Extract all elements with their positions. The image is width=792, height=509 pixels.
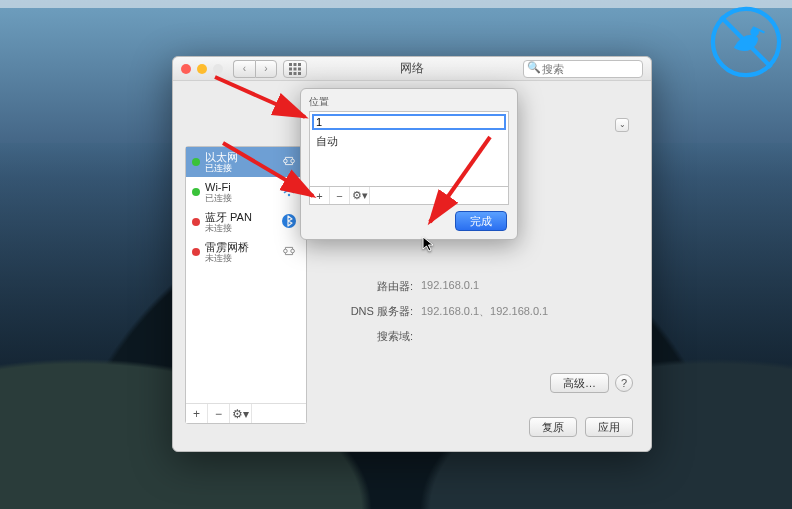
- forward-button[interactable]: ›: [255, 60, 277, 78]
- status-dot-icon: [192, 158, 200, 166]
- advanced-button[interactable]: 高级…: [550, 373, 609, 393]
- svg-point-14: [291, 159, 295, 163]
- locations-list: 自动: [309, 111, 509, 187]
- thunderbolt-icon: [278, 244, 300, 260]
- svg-point-18: [291, 249, 295, 253]
- revert-button[interactable]: 复原: [529, 417, 577, 437]
- status-dot-icon: [192, 188, 200, 196]
- service-status: 已连接: [205, 163, 278, 173]
- locations-popover: 位置 自动 + − ⚙︎▾ 完成: [300, 88, 518, 240]
- dns-value: 192.168.0.1、192.168.0.1: [421, 304, 633, 319]
- popover-label: 位置: [301, 89, 517, 111]
- location-row[interactable]: 自动: [310, 132, 508, 151]
- add-service-button[interactable]: +: [186, 404, 208, 423]
- apply-button[interactable]: 应用: [585, 417, 633, 437]
- sidebar-item-thunderbolt-bridge[interactable]: 雷雳网桥 未连接: [186, 237, 306, 267]
- svg-point-13: [284, 159, 288, 163]
- service-list: 以太网 已连接 Wi-Fi 已连接 蓝牙 PAN 未连接: [185, 146, 307, 424]
- menu-bar: [0, 0, 792, 8]
- minimize-button[interactable]: [197, 64, 207, 74]
- wifi-icon: [278, 184, 300, 200]
- bottom-buttons: 复原 应用: [529, 417, 633, 437]
- add-location-button[interactable]: +: [310, 187, 330, 204]
- searchdomain-value: [421, 329, 633, 344]
- sidebar-item-bluetooth-pan[interactable]: 蓝牙 PAN 未连接: [186, 207, 306, 237]
- service-status: 已连接: [205, 193, 278, 203]
- service-name: Wi-Fi: [205, 181, 278, 194]
- nav-back-forward: ‹ ›: [233, 60, 277, 78]
- svg-rect-12: [298, 72, 301, 75]
- window-controls: [181, 64, 223, 74]
- svg-rect-6: [298, 63, 301, 66]
- show-all-button[interactable]: [283, 60, 307, 78]
- svg-rect-10: [289, 72, 292, 75]
- done-button[interactable]: 完成: [455, 211, 507, 231]
- titlebar: ‹ › 网络 🔍: [173, 57, 651, 81]
- svg-rect-11: [294, 72, 297, 75]
- service-name: 雷雳网桥: [205, 241, 278, 254]
- watermark-logo: [710, 6, 782, 78]
- remove-service-button[interactable]: −: [208, 404, 230, 423]
- close-button[interactable]: [181, 64, 191, 74]
- sidebar-item-ethernet[interactable]: 以太网 已连接: [186, 147, 306, 177]
- svg-rect-4: [289, 63, 292, 66]
- svg-point-17: [284, 249, 288, 253]
- searchdomain-label: 搜索域:: [323, 329, 421, 344]
- service-name: 以太网: [205, 151, 278, 164]
- status-dot-icon: [192, 248, 200, 256]
- bluetooth-icon: [278, 213, 300, 231]
- status-dropdown-icon[interactable]: ⌄: [615, 118, 629, 132]
- locations-footer: + − ⚙︎▾: [309, 187, 509, 205]
- advanced-row: 高级… ?: [550, 373, 633, 393]
- help-button[interactable]: ?: [615, 374, 633, 392]
- dns-label: DNS 服务器:: [323, 304, 421, 319]
- router-row: 路由器: 192.168.0.1: [323, 279, 633, 294]
- service-name: 蓝牙 PAN: [205, 211, 278, 224]
- cursor-icon: [422, 236, 438, 256]
- service-status: 未连接: [205, 223, 278, 233]
- service-list-footer: + − ⚙︎▾: [186, 403, 306, 423]
- svg-rect-5: [294, 63, 297, 66]
- router-label: 路由器:: [323, 279, 421, 294]
- zoom-button[interactable]: [213, 64, 223, 74]
- ethernet-icon: [278, 154, 300, 170]
- service-status: 未连接: [205, 253, 278, 263]
- location-name-input[interactable]: [312, 114, 506, 130]
- svg-rect-9: [298, 67, 301, 70]
- service-menu-button[interactable]: ⚙︎▾: [230, 404, 252, 423]
- search-input[interactable]: [523, 60, 643, 78]
- svg-rect-8: [294, 67, 297, 70]
- status-dot-icon: [192, 218, 200, 226]
- search-icon: 🔍: [527, 61, 541, 74]
- sidebar-item-wifi[interactable]: Wi-Fi 已连接: [186, 177, 306, 207]
- svg-rect-7: [289, 67, 292, 70]
- back-button[interactable]: ‹: [233, 60, 255, 78]
- location-menu-button[interactable]: ⚙︎▾: [350, 187, 370, 204]
- remove-location-button[interactable]: −: [330, 187, 350, 204]
- search-field-wrap: 🔍: [523, 59, 643, 78]
- router-value: 192.168.0.1: [421, 279, 633, 294]
- svg-point-15: [288, 194, 290, 196]
- searchdomain-row: 搜索域:: [323, 329, 633, 344]
- dns-row: DNS 服务器: 192.168.0.1、192.168.0.1: [323, 304, 633, 319]
